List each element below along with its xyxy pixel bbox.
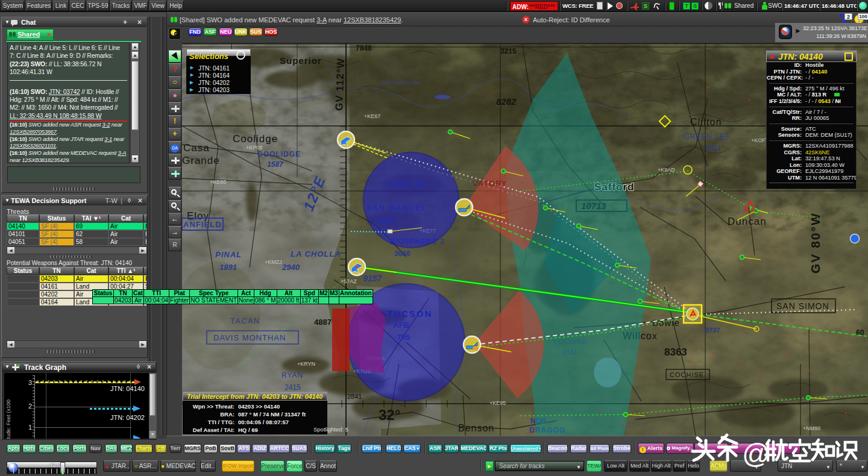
svg-text:PINAL: PINAL	[215, 250, 242, 259]
svg-text:GV 112°W: GV 112°W	[333, 58, 347, 111]
svg-text:+KRYN: +KRYN	[297, 361, 315, 367]
svg-text:4887: 4887	[314, 318, 332, 327]
svg-text:2940: 2940	[281, 263, 300, 272]
svg-text:GREEN LEE: GREEN LEE	[684, 133, 731, 141]
svg-text:TACAN: TACAN	[230, 317, 260, 325]
svg-text:Benson: Benson	[458, 423, 494, 433]
svg-text:+K9AD: +K9AD	[658, 167, 675, 173]
svg-text:Grande: Grande	[182, 155, 220, 166]
svg-text:+KP08: +KP08	[246, 145, 262, 151]
svg-text:32°: 32°	[379, 407, 400, 423]
svg-text:+KE95: +KE95	[489, 400, 506, 406]
svg-text:+KMZJ: +KMZJ	[265, 259, 282, 265]
svg-text:8282: 8282	[496, 96, 517, 107]
svg-text:1587: 1587	[267, 160, 284, 169]
svg-text:3215: 3215	[500, 47, 517, 55]
svg-text:2415: 2415	[285, 383, 301, 392]
svg-text:3737: 3737	[705, 327, 720, 334]
svg-text:@: @	[742, 438, 770, 469]
svg-text:GV 80°W: GV 80°W	[808, 212, 822, 274]
svg-text:VATORY: VATORY	[473, 179, 508, 188]
svg-text:8363: 8363	[664, 346, 687, 358]
svg-text:DAVIS MONTHAN: DAVIS MONTHAN	[213, 333, 286, 342]
svg-text:7848: 7848	[356, 44, 372, 52]
svg-text:LA CHOLLA: LA CHOLLA	[291, 249, 341, 258]
svg-text:Duncan: Duncan	[728, 216, 767, 227]
svg-text:Clifton: Clifton	[690, 117, 722, 127]
svg-text:2841: 2841	[347, 393, 362, 400]
svg-text:+NM90: +NM90	[803, 425, 820, 431]
svg-text:COCHISE: COCHISE	[670, 371, 704, 378]
svg-text:9157: 9157	[363, 274, 382, 283]
svg-text:San Carlos Lake: San Carlos Lake	[381, 80, 421, 86]
svg-text:RYAN: RYAN	[281, 371, 303, 380]
svg-text:ANFIELD: ANFIELD	[183, 220, 221, 229]
svg-text:COOLIDGE: COOLIDGE	[257, 150, 301, 158]
svg-text:1891: 1891	[219, 263, 237, 272]
svg-text:Casa: Casa	[183, 142, 210, 154]
svg-text:+KE60: +KE60	[210, 179, 226, 185]
svg-text:+KE67: +KE67	[364, 113, 380, 119]
svg-text:3811: 3811	[705, 144, 721, 152]
svg-text:Superior: Superior	[280, 55, 322, 66]
svg-text:Coolidge: Coolidge	[233, 133, 278, 145]
svg-text:3686: 3686	[394, 249, 410, 258]
svg-text:SAN SIMON: SAN SIMON	[776, 301, 829, 311]
svg-text:+57AZ: +57AZ	[341, 278, 357, 284]
